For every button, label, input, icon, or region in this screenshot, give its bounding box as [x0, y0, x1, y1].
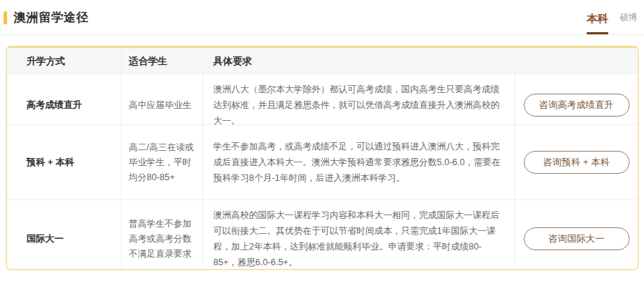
column-header-students: 适合学生 [122, 48, 203, 75]
pathway-table: 升学方式 适合学生 具体要求 高考成绩直升 高中应届毕业生 澳洲八大（墨尔本大学… [6, 46, 639, 270]
tab-bar: 本科 硕博 [587, 11, 637, 34]
column-header-requirements: 具体要求 [203, 48, 515, 75]
requirements-text: 澳洲八大（墨尔本大学除外）都认可高考成绩，国内高考生只要高考成绩达到标准，并且满… [213, 82, 503, 129]
title-accent-bar [4, 11, 7, 24]
table-header-row: 升学方式 适合学生 具体要求 [7, 48, 638, 74]
column-header-action [515, 48, 638, 75]
table-row: 高考成绩直升 高中应届毕业生 澳洲八大（墨尔本大学除外）都认可高考成绩，国内高考… [7, 74, 638, 124]
consult-foundation-button[interactable]: 咨询预科 + 本科 [524, 151, 630, 174]
consult-gaokao-direct-button[interactable]: 咨询高考成绩直升 [524, 94, 630, 117]
method-label: 国际大一 [26, 232, 64, 245]
students-text: 高中应届毕业生 [129, 98, 192, 113]
requirements-text: 学生不参加高考，或高考成绩不足，可以通过预科进入澳洲八大，预科完成后直接进入本科… [213, 139, 503, 186]
requirements-text: 澳洲高校的国际大一课程学习内容和本科大一相同，完成国际大一课程后可以衔接大二。其… [213, 207, 503, 270]
table-row: 国际大一 普高学生不参加高考或高考分数不满足直录要求 澳洲高校的国际大一课程学习… [7, 199, 638, 269]
page-title: 澳洲留学途径 [14, 9, 89, 26]
consult-international-year1-button[interactable]: 咨询国际大一 [524, 227, 630, 250]
method-label: 高考成绩直升 [26, 99, 82, 112]
students-text: 普高学生不参加高考或高考分数不满足直录要求 [129, 217, 197, 262]
title-wrap: 澳洲留学途径 [4, 9, 89, 34]
table-row: 预科 + 本科 高二/高三在读或毕业学生，平时均分80-85+ 学生不参加高考，… [7, 124, 638, 199]
tab-undergraduate[interactable]: 本科 [587, 12, 608, 34]
section-header: 澳洲留学途径 本科 硕博 [0, 0, 644, 35]
page: 澳洲留学途径 本科 硕博 升学方式 适合学生 具体要求 高考成绩直升 高中应届毕… [0, 0, 644, 291]
tab-postgraduate[interactable]: 硕博 [620, 11, 637, 34]
method-label: 预科 + 本科 [26, 156, 74, 169]
students-text: 高二/高三在读或毕业学生，平时均分80-85+ [129, 140, 197, 185]
column-header-method: 升学方式 [7, 48, 122, 75]
